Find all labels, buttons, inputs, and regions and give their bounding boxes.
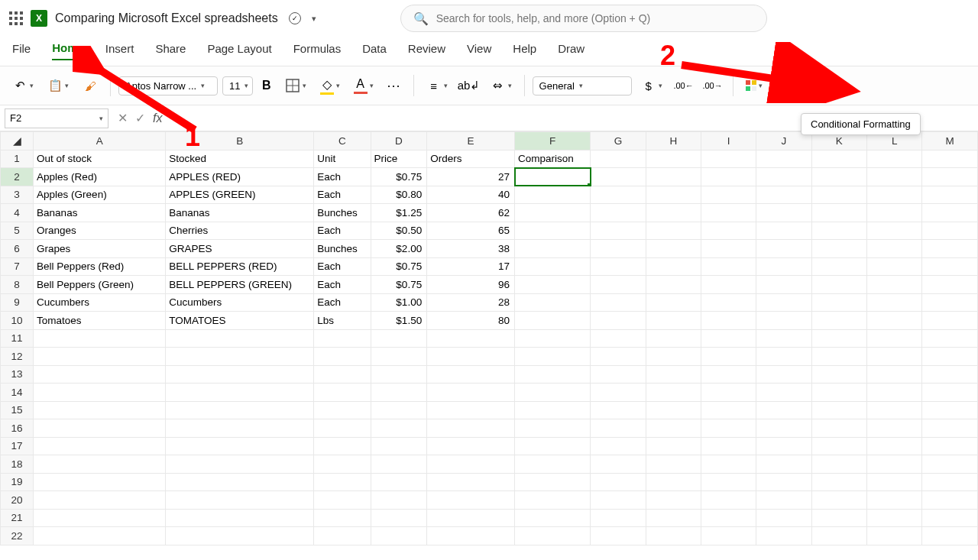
cell-F3[interactable]: [515, 186, 591, 204]
cell-G12[interactable]: [591, 348, 646, 366]
cell-E10[interactable]: 80: [427, 312, 515, 330]
cell-K19[interactable]: [811, 473, 866, 491]
cell-H18[interactable]: [646, 455, 701, 474]
cell-D18[interactable]: [371, 455, 427, 474]
cell-D8[interactable]: $0.75: [371, 276, 427, 294]
increase-decimal-button[interactable]: .00→: [701, 75, 725, 96]
cell-C18[interactable]: [314, 455, 371, 474]
cell-L17[interactable]: [867, 437, 922, 455]
cell-D2[interactable]: $0.75: [371, 168, 427, 186]
cell-A7[interactable]: Bell Peppers (Red): [34, 257, 166, 276]
tab-help[interactable]: Help: [513, 42, 536, 60]
cell-I8[interactable]: [701, 276, 756, 294]
cell-B20[interactable]: [166, 491, 314, 510]
cell-G15[interactable]: [591, 401, 646, 419]
cell-A15[interactable]: [34, 401, 166, 419]
cell-K20[interactable]: [811, 491, 866, 510]
cell-H8[interactable]: [646, 276, 701, 294]
cell-G10[interactable]: [591, 312, 646, 330]
cell-B22[interactable]: [166, 527, 314, 545]
cell-L14[interactable]: [867, 384, 922, 402]
cell-J9[interactable]: [756, 293, 811, 312]
cell-D19[interactable]: [371, 473, 427, 491]
cell-B1[interactable]: Stocked: [166, 150, 314, 168]
row-header-17[interactable]: 17: [1, 437, 34, 455]
cell-C3[interactable]: Each: [314, 186, 371, 204]
cell-C12[interactable]: [314, 348, 371, 366]
cell-M4[interactable]: [922, 204, 978, 222]
cell-D6[interactable]: $2.00: [371, 240, 427, 258]
select-all-cell[interactable]: ◢: [1, 132, 34, 151]
cell-M21[interactable]: [922, 509, 978, 527]
cell-B4[interactable]: Bananas: [166, 204, 314, 222]
cell-G9[interactable]: [591, 293, 646, 312]
cell-J3[interactable]: [756, 186, 811, 204]
cell-L11[interactable]: [867, 329, 922, 348]
cell-C1[interactable]: Unit: [314, 150, 371, 168]
cell-A20[interactable]: [34, 491, 166, 510]
cell-K8[interactable]: [811, 276, 866, 294]
cell-B13[interactable]: [166, 365, 314, 384]
cell-F1[interactable]: Comparison: [515, 150, 591, 168]
cell-H6[interactable]: [646, 240, 701, 258]
cell-B19[interactable]: [166, 473, 314, 491]
cell-I5[interactable]: [701, 222, 756, 240]
cell-F5[interactable]: [515, 222, 591, 240]
cell-D4[interactable]: $1.25: [371, 204, 427, 222]
cell-B2[interactable]: APPLES (RED): [166, 168, 314, 186]
cell-L5[interactable]: [867, 222, 922, 240]
format-painter-button[interactable]: 🖌: [78, 75, 102, 96]
col-header-C[interactable]: C: [314, 132, 371, 151]
cell-C2[interactable]: Each: [314, 168, 371, 186]
wrap-text-button[interactable]: ab↲: [457, 75, 481, 96]
cell-D21[interactable]: [371, 509, 427, 527]
cell-C17[interactable]: [314, 437, 371, 455]
number-format-select[interactable]: General▾: [533, 76, 632, 95]
cell-K6[interactable]: [811, 240, 866, 258]
cell-F9[interactable]: [515, 293, 591, 312]
cell-C5[interactable]: Each: [314, 222, 371, 240]
cell-E1[interactable]: Orders: [427, 150, 515, 168]
cell-F18[interactable]: [515, 455, 591, 474]
cell-K13[interactable]: [811, 365, 866, 384]
cell-B16[interactable]: [166, 419, 314, 438]
col-header-H[interactable]: H: [646, 132, 701, 151]
cell-K1[interactable]: [811, 150, 866, 168]
cell-K18[interactable]: [811, 455, 866, 474]
cell-D16[interactable]: [371, 419, 427, 438]
cell-M6[interactable]: [922, 240, 978, 258]
cell-M14[interactable]: [922, 384, 978, 402]
font-size-select[interactable]: 11▾: [222, 76, 253, 95]
cell-H12[interactable]: [646, 348, 701, 366]
cell-H16[interactable]: [646, 419, 701, 438]
cell-B14[interactable]: [166, 384, 314, 402]
cell-H7[interactable]: [646, 257, 701, 276]
cell-I17[interactable]: [701, 437, 756, 455]
cell-D10[interactable]: $1.50: [371, 312, 427, 330]
cell-L3[interactable]: [867, 186, 922, 204]
cell-D11[interactable]: [371, 329, 427, 348]
row-header-11[interactable]: 11: [1, 329, 34, 348]
cell-G13[interactable]: [591, 365, 646, 384]
row-header-13[interactable]: 13: [1, 365, 34, 384]
cell-J18[interactable]: [756, 455, 811, 474]
cell-E3[interactable]: 40: [427, 186, 515, 204]
cell-B12[interactable]: [166, 348, 314, 366]
cell-J1[interactable]: [756, 150, 811, 168]
cell-F2[interactable]: [515, 168, 591, 186]
cell-C4[interactable]: Bunches: [314, 204, 371, 222]
cell-A16[interactable]: [34, 419, 166, 438]
cell-B17[interactable]: [166, 437, 314, 455]
cell-A3[interactable]: Apples (Green): [34, 186, 166, 204]
cell-B6[interactable]: GRAPES: [166, 240, 314, 258]
cell-G2[interactable]: [591, 168, 646, 186]
cancel-formula-icon[interactable]: ✕: [118, 111, 128, 125]
cell-E18[interactable]: [427, 455, 515, 474]
cell-G17[interactable]: [591, 437, 646, 455]
cell-K10[interactable]: [811, 312, 866, 330]
cell-C8[interactable]: Each: [314, 276, 371, 294]
cell-A17[interactable]: [34, 437, 166, 455]
cell-I15[interactable]: [701, 401, 756, 419]
cell-C14[interactable]: [314, 384, 371, 402]
cell-A13[interactable]: [34, 365, 166, 384]
